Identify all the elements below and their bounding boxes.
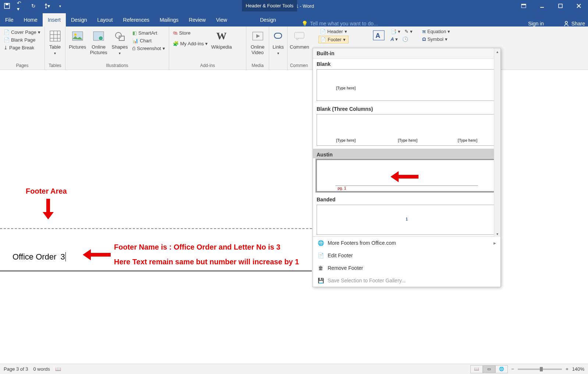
online-pictures-button[interactable]: Online Pictures xyxy=(89,28,108,55)
signin-link[interactable]: Sign in xyxy=(528,21,544,27)
ribbon-display-icon[interactable] xyxy=(514,0,533,12)
tab-review[interactable]: Review xyxy=(184,13,211,27)
online-pictures-label: Online Pictures xyxy=(89,44,108,55)
status-words[interactable]: 0 words xyxy=(33,366,50,372)
blank-page-button[interactable]: 📄Blank Page xyxy=(2,36,42,43)
annotation-line2: Here Text remain same but number will in… xyxy=(114,258,299,266)
comment-icon xyxy=(293,29,306,43)
close-icon[interactable] xyxy=(570,0,588,12)
minimize-icon[interactable] xyxy=(533,0,551,12)
gallery-item-blank-label: Blank xyxy=(313,59,500,68)
footer-content[interactable]: Office Order 3 xyxy=(13,252,66,262)
symbol-button[interactable]: ΩSymbol ▾ xyxy=(421,36,452,43)
comment-button[interactable]: Commen xyxy=(290,28,309,50)
equation-button[interactable]: πEquation ▾ xyxy=(421,28,452,35)
tab-layout[interactable]: Layout xyxy=(92,13,118,27)
wordart-button[interactable]: A▾ 🕒 xyxy=(389,36,414,43)
online-video-button[interactable]: Online Video xyxy=(249,28,267,55)
chart-button[interactable]: 📊Chart xyxy=(131,37,167,44)
scroll-down-icon[interactable]: ▾ xyxy=(494,230,500,237)
tab-view[interactable]: View xyxy=(211,13,232,27)
gallery-item-blank3-label: Blank (Three Columns) xyxy=(313,104,500,113)
tab-context-design[interactable]: Design xyxy=(255,13,281,27)
svg-point-18 xyxy=(99,36,103,40)
tab-home[interactable]: Home xyxy=(19,13,43,27)
tab-design[interactable]: Design xyxy=(66,13,92,27)
pictures-icon xyxy=(71,29,84,43)
austin-page-label: pg. 1 xyxy=(338,186,346,190)
svg-rect-6 xyxy=(559,4,562,8)
table-label: Table xyxy=(49,44,61,50)
gallery-scrollbar[interactable]: ▴ ▾ xyxy=(494,48,500,237)
footer-label: Footer xyxy=(328,37,342,42)
text-box-icon[interactable]: A xyxy=(372,29,385,42)
quick-parts-button[interactable]: 📑▾ ✎▾ xyxy=(389,28,414,35)
svg-text:A: A xyxy=(375,32,380,39)
spellcheck-icon[interactable]: 📖 xyxy=(55,366,61,372)
read-mode-button[interactable]: 📖 xyxy=(470,365,483,373)
header-button[interactable]: 📄Header ▾ xyxy=(318,28,349,35)
undo-icon[interactable]: ↶ ▾ xyxy=(17,3,24,9)
edit-footer-item[interactable]: 📄 Edit Footer xyxy=(313,249,500,262)
screenshot-button[interactable]: ⎙Screenshot ▾ xyxy=(131,45,167,52)
redo-icon[interactable]: ↻ xyxy=(30,3,37,9)
zoom-out-button[interactable]: − xyxy=(512,366,514,372)
qat-customize-icon[interactable]: ▾ xyxy=(57,3,63,9)
banded-page-label: 1 xyxy=(406,217,408,221)
wikipedia-button[interactable]: W Wikipedia xyxy=(211,28,232,50)
gallery-item-blank[interactable]: [Type here] xyxy=(317,69,497,101)
tab-mailings[interactable]: Mailings xyxy=(154,13,183,27)
header-label: Header xyxy=(327,29,343,34)
comment-label: Commen xyxy=(290,44,309,50)
gallery-item-banded[interactable]: 1 xyxy=(317,205,497,235)
tab-file[interactable]: File xyxy=(0,13,19,27)
maximize-icon[interactable] xyxy=(551,0,570,12)
menu-bar: File Home Insert Design Layout Reference… xyxy=(0,12,588,27)
cover-page-button[interactable]: 📄Cover Page ▾ xyxy=(2,29,42,36)
zoom-level[interactable]: 140% xyxy=(572,366,584,372)
blank3-ph-center: [Type here] xyxy=(398,138,417,142)
tell-me-search[interactable]: 💡 Tell me what you want to do... xyxy=(302,21,378,27)
zoom-slider[interactable] xyxy=(518,368,562,370)
my-addins-button[interactable]: 🧩My Add-ins ▾ xyxy=(171,40,209,47)
gallery-item-blank3[interactable]: [Type here] [Type here] [Type here] xyxy=(317,114,497,146)
edit-footer-label: Edit Footer xyxy=(328,253,353,258)
svg-rect-23 xyxy=(295,32,304,38)
status-page[interactable]: Page 3 of 3 xyxy=(4,366,28,372)
blank3-ph-left: [Type here] xyxy=(336,138,356,142)
save-selection-item: 💾 Save Selection to Footer Gallery... xyxy=(313,274,500,287)
arrow-left-icon xyxy=(83,249,111,260)
save-icon[interactable] xyxy=(4,3,10,9)
share-button[interactable]: Share xyxy=(563,21,585,27)
table-button[interactable]: Table ▾ xyxy=(47,28,63,55)
header-icon: 📄 xyxy=(320,29,326,34)
tab-insert[interactable]: Insert xyxy=(43,13,66,27)
title-bar: ↶ ▾ ↻ ▾ ▾ Document1 - Word Header & Foot… xyxy=(0,0,588,12)
my-addins-label: My Add-ins xyxy=(180,41,204,46)
page-break-button[interactable]: ⤓Page Break xyxy=(2,44,42,51)
tab-references[interactable]: References xyxy=(118,13,155,27)
pictures-button[interactable]: Pictures xyxy=(68,28,87,50)
edit-footer-icon: 📄 xyxy=(317,252,324,259)
links-button[interactable]: Links ▾ xyxy=(271,28,285,55)
page-bottom-rule xyxy=(0,270,312,272)
store-button[interactable]: 🛍Store xyxy=(171,29,209,36)
svg-rect-22 xyxy=(274,33,282,38)
touch-mode-icon[interactable]: ▾ xyxy=(43,3,50,9)
shapes-button[interactable]: Shapes ▾ xyxy=(110,28,129,55)
footer-gallery-dropdown: Built-in Blank [Type here] Blank (Three … xyxy=(313,48,501,287)
smartart-button[interactable]: ◧SmartArt xyxy=(131,29,167,36)
more-footers-item[interactable]: 🌐 More Footers from Office.com ▸ xyxy=(313,237,500,249)
group-comments-label: Commen xyxy=(290,61,308,70)
remove-footer-item[interactable]: 🗑 Remove Footer xyxy=(313,262,500,274)
svg-point-16 xyxy=(74,33,76,36)
footer-number-text: 3 xyxy=(60,252,65,261)
gallery-item-austin[interactable]: pg. 1 xyxy=(317,160,497,191)
blank3-ph-right: [Type here] xyxy=(458,138,477,142)
zoom-in-button[interactable]: + xyxy=(566,366,569,372)
web-layout-button[interactable]: 🌐 xyxy=(495,365,508,373)
print-layout-button[interactable]: ▭ xyxy=(483,365,495,373)
footer-button[interactable]: 📄Footer ▾ xyxy=(318,36,349,43)
scroll-up-icon[interactable]: ▴ xyxy=(494,48,500,55)
group-pages-label: Pages xyxy=(2,61,42,70)
